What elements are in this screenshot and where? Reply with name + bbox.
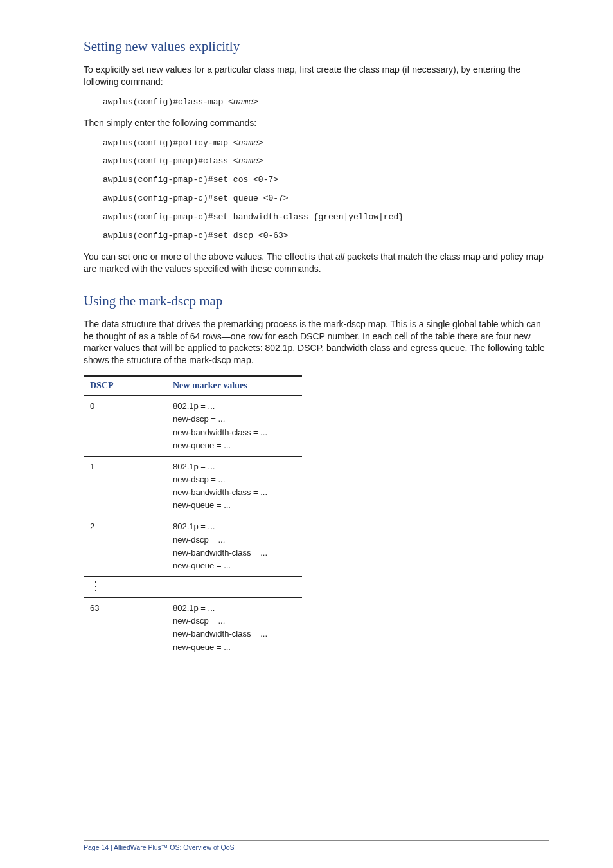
value-line: new-dscp = ...	[173, 535, 225, 545]
section-heading-markdscp: Using the mark-dscp map	[84, 293, 549, 309]
code-text: awplus(config)#policy-map <	[103, 138, 238, 148]
table-row: 2 802.1p = ... new-dscp = ... new-bandwi…	[84, 516, 302, 577]
table-header-dscp: DSCP	[84, 376, 166, 395]
mark-dscp-table: DSCP New marker values 0 802.1p = ... ne…	[84, 375, 302, 658]
cell-values: 802.1p = ... new-dscp = ... new-bandwidt…	[166, 395, 303, 456]
cell-dscp: 2	[84, 516, 166, 577]
cell-dscp: 63	[84, 598, 166, 658]
code-text: >	[258, 138, 263, 148]
value-line: new-queue = ...	[173, 440, 231, 450]
code-text: awplus(config)#class-map <	[103, 97, 233, 107]
text-ital: all	[335, 251, 344, 262]
code-ital: name	[238, 156, 258, 166]
table-row: 0 802.1p = ... new-dscp = ... new-bandwi…	[84, 395, 302, 456]
cell-dscp: 0	[84, 395, 166, 456]
value-line: new-queue = ...	[173, 500, 231, 510]
table-header-values: New marker values	[166, 376, 303, 395]
table-row: 63 802.1p = ... new-dscp = ... new-bandw…	[84, 598, 302, 658]
vertical-ellipsis-icon: ⋮	[90, 579, 102, 592]
cell-values: 802.1p = ... new-dscp = ... new-bandwidt…	[166, 598, 303, 658]
cell-vdots: ⋮	[84, 576, 166, 597]
value-line: new-queue = ...	[173, 642, 231, 652]
text: You can set one or more of the above val…	[84, 251, 335, 262]
code-text: awplus(config-pmap-c)#set queue <0-7>	[103, 194, 549, 204]
table-row-ellipsis: ⋮	[84, 576, 302, 597]
value-line: new-dscp = ...	[173, 616, 225, 626]
cell-values: 802.1p = ... new-dscp = ... new-bandwidt…	[166, 516, 303, 577]
footer-text: Page 14 | AlliedWare Plus™ OS: Overview …	[84, 844, 235, 851]
value-line: new-bandwidth-class = ...	[173, 548, 267, 557]
para-setting-intro: To explicitly set new values for a parti…	[84, 64, 549, 88]
value-line: 802.1p = ...	[173, 521, 215, 531]
code-ital: name	[233, 97, 253, 107]
cell-dscp: 1	[84, 456, 166, 516]
para-can-set: You can set one or more of the above val…	[84, 251, 549, 275]
page-footer: Page 14 | AlliedWare Plus™ OS: Overview …	[84, 840, 549, 851]
value-line: new-bandwidth-class = ...	[173, 629, 267, 638]
value-line: new-bandwidth-class = ...	[173, 428, 267, 437]
value-line: 802.1p = ...	[173, 603, 215, 613]
value-line: new-dscp = ...	[173, 475, 225, 484]
section-heading-setting: Setting new values explicitly	[84, 39, 549, 55]
value-line: new-queue = ...	[173, 561, 231, 570]
footer-rule	[84, 840, 549, 841]
code-commands: awplus(config)#policy-map <name> awplus(…	[103, 138, 549, 242]
value-line: new-dscp = ...	[173, 414, 225, 424]
value-line: 802.1p = ...	[173, 401, 215, 411]
value-line: 802.1p = ...	[173, 462, 215, 471]
cell-values: 802.1p = ... new-dscp = ... new-bandwidt…	[166, 456, 303, 516]
code-classmap: awplus(config)#class-map <name>	[103, 97, 549, 108]
value-line: new-bandwidth-class = ...	[173, 487, 267, 497]
code-text: awplus(config-pmap-c)#set bandwidth-clas…	[103, 212, 549, 223]
code-text: awplus(config-pmap)#class <	[103, 156, 238, 166]
code-ital: name	[238, 138, 258, 148]
cell-empty	[166, 576, 303, 597]
code-text: awplus(config-pmap-c)#set dscp <0-63>	[103, 231, 549, 242]
code-text: awplus(config-pmap-c)#set cos <0-7>	[103, 175, 549, 186]
code-text: >	[253, 97, 258, 107]
code-text: >	[258, 156, 263, 166]
para-then-enter: Then simply enter the following commands…	[84, 117, 549, 129]
table-row: 1 802.1p = ... new-dscp = ... new-bandwi…	[84, 456, 302, 516]
para-markdscp-intro: The data structure that drives the prema…	[84, 318, 549, 367]
